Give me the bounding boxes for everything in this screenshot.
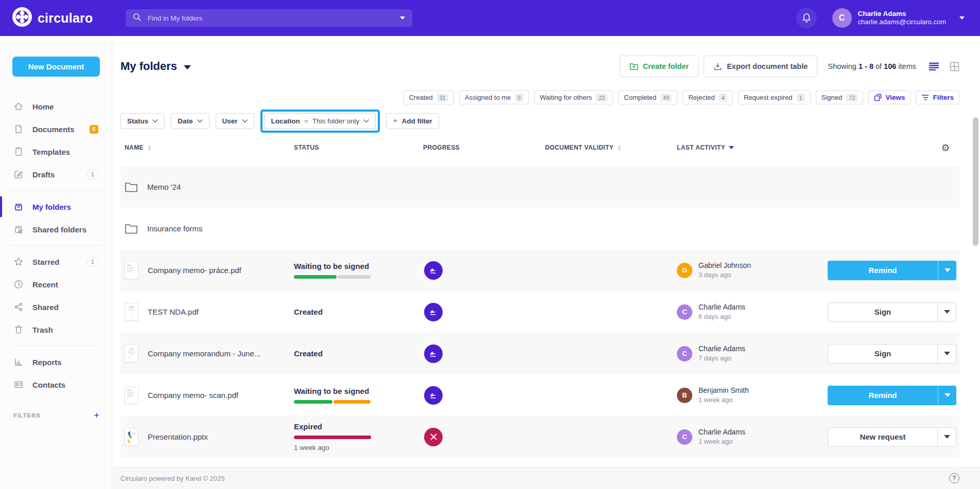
app-logo[interactable]: circularo: [12, 7, 110, 29]
remind-button[interactable]: Remind: [828, 386, 956, 405]
list-view-toggle[interactable]: [929, 62, 939, 71]
document-name: Company memo- scan.pdf: [148, 391, 238, 400]
activity-time: 1 week ago: [698, 437, 745, 446]
date-filter[interactable]: Date: [171, 113, 209, 129]
chip-signed[interactable]: Signed72: [816, 90, 864, 104]
page-title-dropdown[interactable]: My folders: [120, 60, 191, 73]
sidebar-item-documents[interactable]: Documents 6: [0, 118, 112, 140]
notifications-button[interactable]: [796, 8, 817, 28]
table-row-document[interactable]: Company memo- práce.pdf Waiting to be si…: [120, 249, 959, 291]
grid-view-toggle[interactable]: [950, 62, 959, 71]
global-search[interactable]: [126, 9, 412, 27]
user-filter[interactable]: User: [216, 113, 254, 129]
sidebar-item-drafts[interactable]: Drafts 1: [0, 163, 112, 186]
avatar: C: [677, 304, 692, 320]
sidebar-item-shared[interactable]: Shared: [0, 296, 112, 318]
signature-progress-icon: [424, 261, 443, 280]
status-filter[interactable]: Status: [120, 113, 165, 129]
clipboard-icon: [13, 147, 24, 157]
plus-icon: +: [393, 116, 397, 125]
document-name: Presentation.pptx: [148, 432, 208, 441]
sidebar-item-trash[interactable]: Trash: [0, 318, 112, 341]
remind-button[interactable]: Remind: [828, 261, 956, 280]
chip-waiting-for-others[interactable]: Waiting for others22: [534, 90, 614, 104]
table-row-document[interactable]: Company memo- scan.pdf Waiting to be sig…: [120, 374, 959, 416]
chip-created[interactable]: Created31: [403, 90, 454, 104]
new-request-button[interactable]: New request: [828, 427, 956, 447]
documents-badge: 6: [90, 125, 98, 134]
table-row-folder[interactable]: Insurance forms: [120, 208, 959, 249]
activity-time: 7 days ago: [698, 354, 745, 363]
column-header-validity[interactable]: DOCUMENT VALIDITY: [545, 144, 677, 151]
chip-rejected[interactable]: Rejected4: [682, 90, 732, 104]
create-folder-button[interactable]: Create folder: [620, 56, 698, 77]
table-row-document[interactable]: Presentation.pptx Expired 1 week ago C C…: [120, 416, 959, 458]
document-table: Memo '24 Insurance forms Company memo- p…: [120, 166, 959, 458]
column-header-progress[interactable]: PROGRESS: [423, 144, 545, 151]
filters-button[interactable]: Filters: [916, 90, 959, 104]
progress-bar: [294, 436, 371, 439]
signature-progress-icon: [424, 303, 443, 321]
star-icon: [13, 257, 24, 267]
search-dropdown-caret-icon[interactable]: [400, 16, 405, 20]
sort-icon: [617, 144, 622, 151]
starred-badge: 1: [87, 257, 98, 267]
document-thumbnail: [125, 345, 138, 363]
column-header-last-activity[interactable]: LAST ACTIVITY: [677, 144, 828, 151]
action-dropdown-caret[interactable]: [938, 261, 956, 280]
actor-name: Charlie Adams: [698, 344, 745, 354]
status-text: Expired: [294, 422, 423, 431]
new-document-button[interactable]: New Document: [12, 57, 100, 77]
add-saved-filter-button[interactable]: +: [94, 410, 99, 420]
help-button[interactable]: ?: [949, 473, 959, 483]
table-row-document[interactable]: Company memorandum - June... Created C C…: [120, 333, 959, 374]
action-dropdown-caret[interactable]: [937, 428, 956, 446]
activity-time: 3 days ago: [698, 270, 751, 280]
sidebar-item-reports[interactable]: Reports: [0, 351, 112, 373]
column-header-name[interactable]: NAME: [120, 144, 294, 151]
clock-icon: [13, 279, 24, 289]
presentation-thumbnail: [125, 428, 138, 446]
sidebar-item-recent[interactable]: Recent: [0, 273, 112, 296]
action-dropdown-caret[interactable]: [937, 345, 956, 363]
grid-view-icon: [950, 62, 959, 71]
search-input[interactable]: [148, 14, 400, 22]
location-filter[interactable]: Location = This folder only: [265, 113, 376, 129]
bar-chart-icon: [13, 357, 24, 367]
action-dropdown-caret[interactable]: [938, 386, 956, 405]
add-filter-button[interactable]: + Add filter: [386, 113, 439, 129]
status-text: Waiting to be signed: [294, 387, 423, 395]
action-dropdown-caret[interactable]: [937, 303, 956, 321]
sidebar-divider: [10, 190, 101, 191]
sidebar-item-my-folders[interactable]: My folders: [0, 195, 112, 218]
table-settings-button[interactable]: ⚙: [828, 142, 959, 154]
sidebar-item-templates[interactable]: Templates: [0, 140, 112, 163]
column-header-status[interactable]: STATUS: [294, 144, 423, 151]
views-button[interactable]: Views: [868, 90, 911, 104]
chevron-down-icon: [184, 65, 191, 69]
sidebar-item-starred[interactable]: Starred 1: [0, 250, 112, 273]
scrollbar-thumb[interactable]: [973, 117, 978, 246]
avatar: C: [677, 429, 692, 445]
folder-icon: [125, 182, 138, 193]
sign-button[interactable]: Sign: [828, 344, 956, 364]
user-menu[interactable]: C Charlie Adams charlie.adams@circularo.…: [832, 8, 965, 28]
chip-assigned-to-me[interactable]: Assigned to me0: [459, 90, 529, 104]
table-row-folder[interactable]: Memo '24: [120, 166, 959, 208]
chip-request-expired[interactable]: Request expired1: [738, 90, 811, 104]
sign-button[interactable]: Sign: [828, 302, 956, 322]
sidebar-item-home[interactable]: Home: [0, 95, 112, 118]
export-table-button[interactable]: Export document table: [704, 56, 817, 77]
chip-completed[interactable]: Completed49: [618, 90, 677, 104]
actor-name: Benjamin Smith: [698, 386, 749, 395]
contact-card-icon: [13, 379, 24, 390]
sort-icon: [147, 144, 152, 151]
user-email: charlie.adams@circularo.com: [858, 18, 946, 27]
chevron-down-icon: [197, 119, 203, 123]
sidebar-item-contacts[interactable]: Contacts: [0, 373, 112, 396]
main-content: My folders Create folder Export document…: [112, 36, 980, 489]
copyright-text: Circularo powered by Karel © 2025: [120, 475, 225, 482]
sort-desc-icon: [729, 146, 734, 149]
table-row-document[interactable]: TEST NDA.pdf Created C Charlie Adams 6 d…: [120, 291, 959, 333]
sidebar-item-shared-folders[interactable]: Shared folders: [0, 218, 112, 241]
